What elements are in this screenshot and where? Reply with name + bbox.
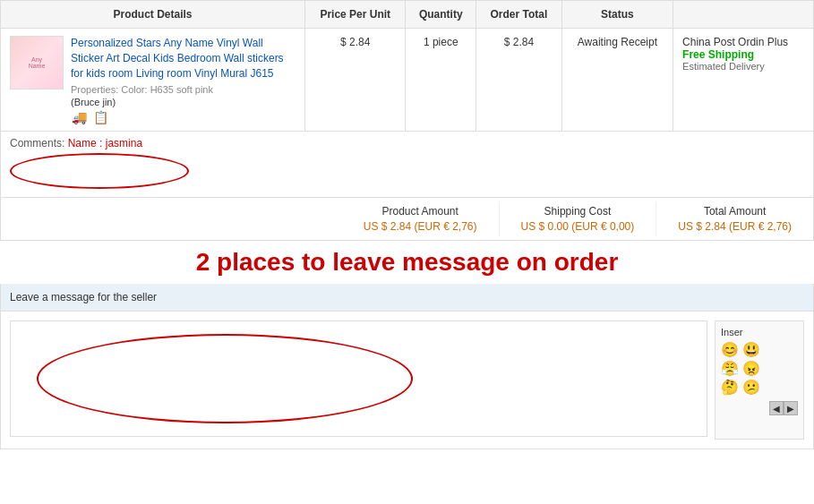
emoji-extra-3[interactable]: 😕 [742,379,760,396]
emoji-row-1: 😊 😃 [721,341,798,358]
product-amount-value: US $ 2.84 (EUR € 2,76) [364,220,477,233]
nav-prev-button[interactable]: ◀ [769,401,784,415]
col-header-order-total: Order Total [476,1,562,29]
total-amount-label: Total Amount [678,205,792,218]
free-shipping-badge: Free Shipping [682,48,804,61]
product-row: AnyName Personalized Stars Any Name Viny… [1,29,814,132]
shipping-cost-col: Shipping Cost US $ 0.00 (EUR € 0,00) [499,201,656,236]
order-table: Product Details Price Per Unit Quantity … [0,0,814,198]
estimated-delivery: Estimated Delivery [682,61,804,72]
message-area-wrapper [10,320,707,440]
col-header-quantity: Quantity [406,1,476,29]
col-header-product-details: Product Details [1,1,305,29]
summary-wrapper: Product Amount US $ 2.84 (EUR € 2,76) Sh… [0,198,814,241]
shipping-method: China Post Ordin Plus [682,36,804,48]
emoji-extra-1[interactable]: 😃 [742,341,760,358]
comments-cell: Comments: Name : jasmina [1,132,814,198]
insert-label: Inser [721,327,798,337]
emoji-extra-2[interactable]: 😠 [742,360,760,377]
product-title[interactable]: Personalized Stars Any Name Vinyl Wall S… [71,36,296,81]
emoji-row-3: 🤔 😕 [721,379,798,396]
total-amount-col: Total Amount US $ 2.84 (EUR € 2,76) [655,201,813,236]
total-amount-value: US $ 2.84 (EUR € 2,76) [678,220,792,233]
overlay-message: 2 places to leave message on order [0,241,814,284]
col-header-shipping [673,1,814,29]
insert-nav: ◀ ▶ [721,401,798,415]
product-amount-label: Product Amount [364,205,477,218]
total-cell: $ 2.84 [476,29,562,132]
col-header-price: Price Per Unit [305,1,406,29]
comments-oval-highlight [10,153,189,189]
product-thumbnail: AnyName [10,36,64,90]
comments-row: Comments: Name : jasmina [1,132,814,198]
summary-inner: Product Amount US $ 2.84 (EUR € 2,76) Sh… [342,201,813,236]
leave-message-section: Leave a message for the seller Inser 😊 😃… [0,284,814,449]
emoji-smile[interactable]: 😊 [721,341,739,358]
col-header-status: Status [561,1,673,29]
quantity-cell: 1 piece [406,29,476,132]
emoji-think[interactable]: 🤔 [721,379,739,396]
truck-icon: 🚚 [71,111,87,124]
product-properties: Properties: Color: H635 soft pink [71,84,296,95]
shipping-cell: China Post Ordin Plus Free Shipping Esti… [673,29,814,132]
leave-message-header: Leave a message for the seller [1,284,813,312]
document-icon: 📋 [92,111,108,124]
product-details-cell: AnyName Personalized Stars Any Name Viny… [1,29,305,132]
emoji-angry[interactable]: 😤 [721,360,739,377]
shipping-cost-value: US $ 0.00 (EUR € 0,00) [521,220,635,233]
message-textarea[interactable] [10,320,707,437]
shipping-cost-label: Shipping Cost [521,205,635,218]
insert-panel: Inser 😊 😃 😤 😠 🤔 😕 ◀ ▶ [715,320,804,440]
nav-next-button[interactable]: ▶ [784,401,798,415]
product-amount-col: Product Amount US $ 2.84 (EUR € 2,76) [342,201,499,236]
comments-label: Comments: [10,137,64,149]
status-cell: Awaiting Receipt [561,29,673,132]
price-cell: $ 2.84 [305,29,406,132]
product-buyer: (Bruce jin) [71,97,296,107]
product-info: Personalized Stars Any Name Vinyl Wall S… [71,36,296,124]
emoji-row-2: 😤 😠 [721,360,798,377]
leave-message-body: Inser 😊 😃 😤 😠 🤔 😕 ◀ ▶ [1,312,813,448]
comments-value: Name : jasmina [68,137,142,149]
